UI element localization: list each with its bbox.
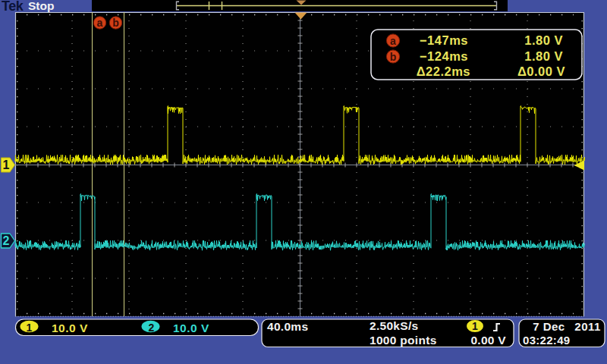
- svg-text:Stop: Stop: [28, 0, 54, 12]
- svg-text:Tek: Tek: [2, 0, 24, 14]
- svg-text:1.80 V: 1.80 V: [524, 33, 563, 47]
- svg-text:1: 1: [3, 158, 10, 171]
- svg-text:1: 1: [472, 320, 478, 332]
- svg-text:0.00 V: 0.00 V: [470, 334, 506, 347]
- svg-text:Δ22.2ms: Δ22.2ms: [417, 64, 470, 78]
- svg-text:2.50kS/s: 2.50kS/s: [370, 319, 418, 332]
- svg-text:03:22:49: 03:22:49: [523, 334, 570, 347]
- svg-text:2: 2: [3, 234, 10, 247]
- svg-text:a: a: [97, 17, 103, 29]
- svg-text:10.0 V: 10.0 V: [52, 322, 88, 334]
- svg-text:b: b: [112, 17, 119, 29]
- svg-text:2: 2: [149, 322, 155, 334]
- svg-text:7 Dec 2011: 7 Dec 2011: [533, 320, 601, 333]
- svg-text:1: 1: [27, 322, 33, 334]
- svg-text:10.0 V: 10.0 V: [173, 322, 209, 334]
- svg-text:Δ0.00 V: Δ0.00 V: [517, 64, 565, 78]
- svg-text:a: a: [390, 35, 396, 47]
- svg-text:−147ms: −147ms: [420, 33, 468, 47]
- svg-text:−124ms: −124ms: [420, 49, 468, 63]
- svg-text:40.0ms: 40.0ms: [267, 320, 308, 333]
- svg-text:b: b: [390, 51, 397, 63]
- svg-text:1000 points: 1000 points: [370, 334, 437, 347]
- svg-text:1.80 V: 1.80 V: [524, 49, 563, 63]
